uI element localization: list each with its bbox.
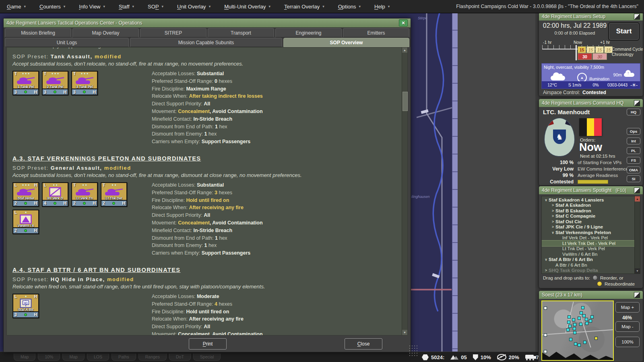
- tree-expand-icon[interactable]: >: [543, 268, 549, 272]
- tree-item-a-bttr-6-art-bn[interactable]: A Bttr / 6 Art Bn: [542, 262, 640, 268]
- panel-collapse-icon[interactable]: [634, 14, 640, 20]
- map-edge-marker[interactable]: [544, 306, 547, 310]
- dialog-titlebar[interactable]: 4de Regiment Lansiers Tactical Operation…: [4, 19, 411, 27]
- friendly-unit-dot[interactable]: [573, 323, 576, 326]
- friendly-unit-dot[interactable]: [590, 315, 594, 319]
- menu-multi-unit-overlay[interactable]: Multi-Unit Overlay▾: [217, 0, 277, 13]
- map-zoom-out-button[interactable]: Map -: [615, 321, 640, 332]
- tab-mission-briefing[interactable]: Mission Briefing: [5, 28, 71, 37]
- map-zoom-100-button[interactable]: 100%: [615, 337, 640, 347]
- bottom-tab-ranges[interactable]: Ranges: [138, 354, 167, 361]
- tab-emitters[interactable]: Emitters: [343, 28, 409, 37]
- panel-collapse-icon[interactable]: [634, 292, 640, 298]
- friendly-unit-dot[interactable]: [569, 338, 572, 341]
- tab-map-overlay[interactable]: Map Overlay: [72, 28, 139, 37]
- friendly-unit-dot[interactable]: [566, 328, 570, 331]
- tree-scroll-down-icon[interactable]: ▼: [635, 268, 640, 274]
- content-scrollbar[interactable]: ▲ ▼: [402, 47, 407, 335]
- tree-item-lt-verk-tnk-det-verk-pel[interactable]: Lt Verk Tnk Det - Verk Pel: [542, 241, 640, 246]
- tree-item-vwwrn-6-art-bn[interactable]: VwWrn / 6 Art Bn: [542, 251, 640, 257]
- scroll-down-icon[interactable]: ▼: [402, 330, 407, 335]
- tab-transport[interactable]: Transport: [208, 28, 274, 37]
- hq-side-button-pl[interactable]: PL: [627, 147, 640, 154]
- menu-help[interactable]: Help▾: [367, 0, 396, 13]
- tab-engineering[interactable]: Engineering: [275, 28, 342, 37]
- tree-expand-icon[interactable]: ∨: [550, 230, 555, 234]
- friendly-unit-dot[interactable]: [573, 327, 576, 330]
- tree-item-staf-c-compagnie[interactable]: > Staf C Compagnie: [542, 214, 640, 219]
- spotlight-unit-dot[interactable]: [594, 337, 598, 340]
- unit-counter[interactable]: T HQ Lt Verk Tn: [71, 182, 98, 207]
- tree-item-staf-ost-cie[interactable]: > Staf Ost Cie: [542, 219, 640, 224]
- friendly-unit-dot[interactable]: [581, 306, 584, 309]
- spotlight-panel-header[interactable]: 4de Regiment Lansiers Spotlight [F10]: [539, 186, 643, 194]
- map-edge-marker[interactable]: [544, 350, 547, 353]
- friendly-unit-dot[interactable]: [585, 318, 588, 321]
- tab-sop-overview[interactable]: SOP Overview: [283, 38, 409, 47]
- scrollbar-thumb[interactable]: [402, 92, 408, 111]
- tree-item-staf-verkennings-peleton[interactable]: ∨ Staf Verkennings Peleton: [542, 230, 640, 235]
- bottom-tab-dot[interactable]: DoT: [169, 354, 191, 361]
- unit-counter[interactable]: L H HQ Staf Verke: [12, 182, 39, 207]
- unit-counter[interactable]: T HQ 2 Tank Pel: [42, 71, 68, 95]
- hq-side-button-oma[interactable]: OMA: [627, 167, 640, 173]
- unit-counter[interactable]: T HQ 1 Tank Pel: [12, 71, 39, 95]
- tree-item-inf-verk-det-verk-pel[interactable]: Inf Verk Det - Verk Pel: [542, 235, 640, 241]
- friendly-unit-dot[interactable]: [585, 322, 588, 325]
- menu-game[interactable]: Game▾: [0, 0, 33, 13]
- setup-panel-header[interactable]: 4de Regiment Lansiers Setup: [539, 12, 643, 21]
- bottom-tab-10[interactable]: 10%: [38, 354, 60, 361]
- unit-counter[interactable]: L HQ VwWrn / 6: [12, 210, 39, 234]
- hq-side-button-fs[interactable]: FS: [627, 157, 640, 164]
- panel-collapse-icon[interactable]: [634, 100, 640, 106]
- unit-counter[interactable]: L H HQ Staf A Btt: [12, 294, 39, 318]
- start-button[interactable]: Start: [608, 22, 640, 41]
- resubordinate-radio[interactable]: [597, 281, 602, 286]
- close-icon[interactable]: ✕: [399, 19, 408, 27]
- tree-expand-icon[interactable]: >: [550, 214, 555, 218]
- hq-side-button-si[interactable]: SI: [627, 175, 640, 182]
- resize-grip[interactable]: [409, 345, 417, 357]
- map-zoom-in-button[interactable]: Map +: [615, 302, 640, 313]
- tab-sitrep[interactable]: SITREP: [140, 28, 206, 37]
- friendly-unit-dot[interactable]: [578, 317, 581, 320]
- unit-counter[interactable]: L HQ Inf Verk D: [42, 182, 68, 207]
- friendly-unit-dot[interactable]: [573, 331, 576, 334]
- tree-item-hq-143-field-bty-ra[interactable]: > HQ 143 Field Bty RA: [542, 273, 640, 274]
- friendly-unit-dot[interactable]: [582, 314, 586, 317]
- friendly-unit-dot[interactable]: [567, 321, 570, 324]
- tree-item-lt-tnk-det-verk-pel[interactable]: Lt Tnk Det - Verk Pel: [542, 246, 640, 252]
- bottom-tab-map[interactable]: Map: [14, 354, 35, 361]
- tree-expand-icon[interactable]: >: [550, 220, 555, 224]
- hq-side-button-hq[interactable]: HQ: [627, 109, 640, 115]
- print-button[interactable]: Print: [189, 338, 227, 350]
- unit-counter[interactable]: T HQ Lt Tnk Det: [101, 182, 127, 207]
- hq-side-button-ops[interactable]: Ops: [627, 128, 640, 135]
- tree-expand-icon[interactable]: ∨: [543, 198, 549, 202]
- tree-item-staf-a-bttr-6-art-bn[interactable]: ∨ Staf A Bttr / 6 Art Bn: [542, 257, 640, 263]
- menu-counters[interactable]: Counters▾: [33, 0, 72, 13]
- bottom-tab-paths[interactable]: Paths: [111, 354, 136, 361]
- hq-panel-header[interactable]: 4de Regiment Lansiers Command HQ: [539, 99, 643, 107]
- menu-options[interactable]: Options▾: [331, 0, 367, 13]
- map-edge-marker[interactable]: [544, 333, 547, 337]
- tree-expand-icon[interactable]: >: [550, 203, 555, 207]
- bottom-tab-los[interactable]: LOS: [87, 354, 109, 361]
- hq-side-button-int[interactable]: Int: [627, 138, 640, 144]
- minimap-panel-header[interactable]: Soest (23 x 17 km): [539, 291, 643, 299]
- panel-collapse-icon[interactable]: [634, 187, 640, 193]
- bottom-tab-map[interactable]: Map: [62, 354, 84, 361]
- menu-staff[interactable]: Staff▾: [112, 0, 141, 13]
- friendly-unit-dot[interactable]: [589, 319, 592, 323]
- friendly-unit-dot[interactable]: [578, 343, 581, 347]
- reorder-radio[interactable]: [592, 275, 598, 280]
- tree-item-staf-jpk-cie-9-ligne[interactable]: > Staf JPK Cie / 9 Ligne: [542, 224, 640, 230]
- unit-counter[interactable]: T HQ 3 Tank Pel: [71, 71, 98, 95]
- tree-item-staf-a-eskadron[interactable]: > Staf A Eskadron: [542, 203, 640, 208]
- friendly-unit-dot[interactable]: [572, 318, 575, 321]
- close-button[interactable]: Close: [345, 338, 382, 350]
- tree-expand-icon[interactable]: >: [550, 209, 555, 213]
- menu-terrain-overlay[interactable]: Terrain Overlay▾: [277, 0, 331, 13]
- friendly-unit-dot[interactable]: [579, 323, 582, 326]
- tree-item-staf-b-eskadron[interactable]: > Staf B Eskadron: [542, 208, 640, 214]
